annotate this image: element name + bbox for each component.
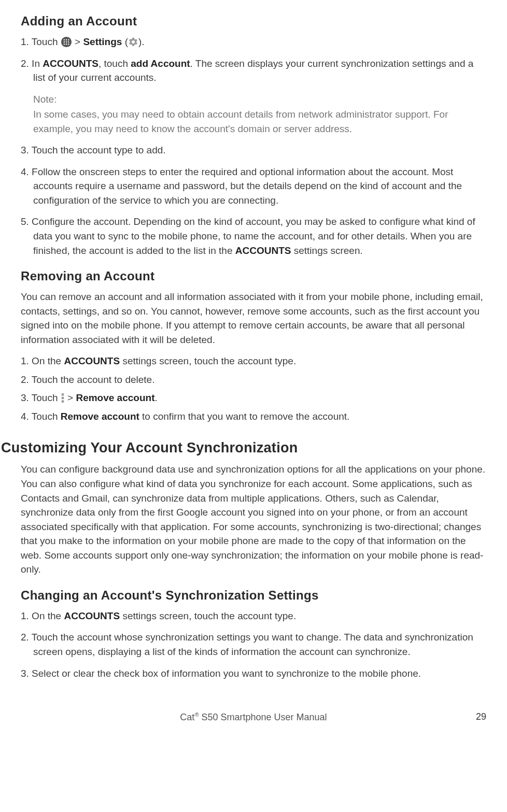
heading-customizing: Customizing Your Account Synchronization [1, 440, 486, 456]
customizing-intro: You can configure background data use an… [21, 462, 486, 576]
text-add-account: add Account [131, 58, 190, 69]
step-1: 1. On the ACCOUNTS settings screen, touc… [21, 354, 486, 368]
text: 3. Select or clear the check box of info… [21, 668, 421, 679]
text: ( [122, 36, 128, 47]
text: > [72, 36, 83, 47]
text: ). [138, 36, 145, 47]
text: 1. Touch [21, 36, 61, 47]
overflow-menu-icon [61, 393, 65, 403]
text-accounts: ACCOUNTS [64, 355, 120, 366]
step-3: 3. Select or clear the check box of info… [21, 666, 486, 681]
text: 1. On the [21, 610, 64, 621]
text-remove-account: Remove account [61, 411, 139, 422]
step-1: 1. Touch > Settings (). [21, 35, 486, 49]
text: 2. Touch the account whose synchronizati… [21, 632, 473, 657]
removing-steps: 1. On the ACCOUNTS settings screen, touc… [21, 354, 486, 423]
svg-point-9 [68, 44, 69, 45]
svg-point-7 [63, 44, 64, 45]
text: settings screen. [291, 245, 362, 256]
step-4: 4. Follow the onscreen steps to enter th… [21, 165, 486, 208]
text: > [65, 392, 76, 403]
text: . [154, 392, 157, 403]
svg-point-6 [68, 41, 69, 42]
note-label: Note: [33, 92, 486, 107]
text: , touch [98, 58, 131, 69]
svg-rect-10 [62, 393, 64, 395]
text-settings: Settings [83, 36, 122, 47]
text: 4. Touch [21, 411, 61, 422]
page-number: 29 [476, 711, 486, 722]
text: 1. On the [21, 355, 64, 366]
page-content: Adding an Account 1. Touch > Settings ()… [21, 0, 486, 680]
text-accounts: ACCOUNTS [235, 245, 291, 256]
step-2: 2. In ACCOUNTS, touch add Account. The s… [21, 56, 486, 136]
step-4: 4. Touch Remove account to confirm that … [21, 409, 486, 424]
footer-title: Cat® S50 Smartphone User Manual [180, 711, 327, 723]
svg-point-5 [66, 41, 67, 42]
removing-intro: You can remove an account and all inform… [21, 290, 486, 347]
step-5: 5. Configure the account. Depending on t… [21, 215, 486, 258]
step-2: 2. Touch the account to delete. [21, 373, 486, 387]
svg-rect-12 [62, 401, 64, 403]
heading-changing-sync: Changing an Account's Synchronization Se… [21, 588, 486, 603]
page-footer: Cat® S50 Smartphone User Manual 29 [21, 711, 486, 723]
svg-rect-11 [62, 397, 64, 399]
text-accounts: ACCOUNTS [43, 58, 98, 69]
text: to confirm that you want to remove the a… [139, 411, 350, 422]
heading-removing-account: Removing an Account [21, 269, 486, 283]
step-3: 3. Touch > Remove account. [21, 391, 486, 405]
svg-point-3 [68, 39, 69, 40]
text: S50 Smartphone User Manual [199, 712, 327, 722]
text: settings screen, touch the account type. [120, 355, 296, 366]
text: 2. Touch the account to delete. [21, 374, 154, 385]
heading-adding-account: Adding an Account [21, 14, 486, 29]
apps-grid-icon [61, 36, 72, 48]
text: 4. Follow the onscreen steps to enter th… [21, 166, 462, 206]
svg-point-4 [63, 41, 64, 42]
text: Cat [180, 712, 194, 722]
text: 3. Touch the account type to add. [21, 145, 166, 155]
step-2: 2. Touch the account whose synchronizati… [21, 630, 486, 659]
text: 2. In [21, 58, 43, 69]
gear-icon [128, 37, 138, 47]
text-remove-account: Remove account [76, 392, 154, 403]
note-block: Note: In some cases, you may need to obt… [21, 92, 486, 136]
step-3: 3. Touch the account type to add. [21, 143, 486, 158]
note-body: In some cases, you may need to obtain ac… [33, 107, 486, 136]
svg-point-2 [66, 39, 67, 40]
text-accounts: ACCOUNTS [64, 610, 120, 621]
text: settings screen, touch the account type. [120, 610, 296, 621]
text: 3. Touch [21, 392, 61, 403]
svg-point-1 [63, 39, 64, 40]
step-1: 1. On the ACCOUNTS settings screen, touc… [21, 609, 486, 623]
svg-point-8 [66, 44, 67, 45]
